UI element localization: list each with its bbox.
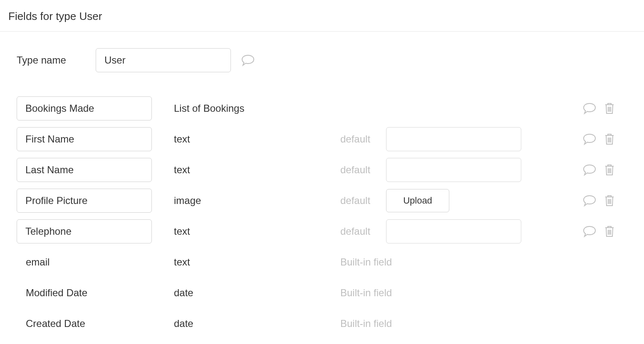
default-control-cell — [386, 158, 523, 182]
comment-icon[interactable] — [582, 194, 597, 207]
field-type: date — [174, 287, 340, 299]
field-name-cell: Last Name — [17, 158, 174, 182]
field-row: First Nametextdefault — [17, 124, 632, 155]
field-actions — [582, 102, 632, 115]
default-input[interactable] — [386, 127, 521, 151]
field-type: List of Bookings — [174, 103, 340, 114]
page-title: Fields for type User — [0, 0, 644, 32]
field-name-cell: Modified Date — [17, 287, 174, 299]
comment-icon[interactable] — [241, 54, 255, 66]
type-name-label: Type name — [17, 54, 96, 66]
field-actions — [582, 164, 632, 176]
builtin-label: Built-in field — [340, 318, 392, 329]
default-label: default — [340, 226, 386, 237]
field-name-input[interactable]: Last Name — [17, 158, 152, 182]
field-name-input[interactable]: Telephone — [17, 219, 152, 243]
default-control-cell — [386, 127, 523, 151]
field-actions — [582, 225, 632, 238]
builtin-label: Built-in field — [340, 287, 392, 299]
field-name-input[interactable]: Profile Picture — [17, 189, 152, 213]
field-type: text — [174, 164, 340, 176]
field-type: text — [174, 133, 340, 145]
trash-icon[interactable] — [604, 102, 615, 115]
field-actions — [582, 194, 632, 207]
trash-icon[interactable] — [604, 194, 615, 207]
field-row: emailtextBuilt-in field — [17, 247, 632, 278]
default-input[interactable] — [386, 219, 521, 243]
comment-icon[interactable] — [582, 164, 597, 176]
field-type: text — [174, 256, 340, 268]
default-label: default — [340, 133, 386, 145]
field-name-text: Modified Date — [17, 287, 174, 299]
field-row: Modified DatedateBuilt-in field — [17, 278, 632, 308]
fields-list: Bookings MadeList of BookingsFirst Namet… — [17, 93, 632, 339]
field-name-cell: email — [17, 256, 174, 268]
field-name-cell: First Name — [17, 127, 174, 151]
comment-icon[interactable] — [582, 102, 597, 115]
type-name-input[interactable] — [96, 48, 231, 72]
field-name-cell: Created Date — [17, 318, 174, 329]
default-control-cell: Upload — [386, 189, 523, 212]
field-row: Telephonetextdefault — [17, 216, 632, 247]
field-name-cell: Bookings Made — [17, 96, 174, 120]
default-input[interactable] — [386, 158, 521, 182]
page-container: Fields for type User Type name Bookings … — [0, 0, 644, 339]
field-row: Bookings MadeList of Bookings — [17, 93, 632, 124]
field-row: Profile PictureimagedefaultUpload — [17, 185, 632, 216]
default-control-cell — [386, 219, 523, 243]
default-label: default — [340, 195, 386, 206]
body-area: Type name Bookings MadeList of BookingsF… — [0, 32, 644, 339]
field-row: Created DatedateBuilt-in field — [17, 308, 632, 339]
field-row: Last Nametextdefault — [17, 155, 632, 185]
trash-icon[interactable] — [604, 133, 615, 145]
upload-button[interactable]: Upload — [386, 189, 449, 212]
comment-icon[interactable] — [582, 133, 597, 145]
field-name-text: email — [17, 256, 174, 268]
field-name-cell: Telephone — [17, 219, 174, 243]
field-type: date — [174, 318, 340, 329]
field-type: image — [174, 195, 340, 206]
field-name-text: Created Date — [17, 318, 174, 329]
field-actions — [582, 133, 632, 145]
trash-icon[interactable] — [604, 225, 615, 238]
default-label: default — [340, 164, 386, 176]
field-name-input[interactable]: Bookings Made — [17, 96, 152, 120]
trash-icon[interactable] — [604, 164, 615, 176]
field-name-cell: Profile Picture — [17, 189, 174, 213]
field-name-input[interactable]: First Name — [17, 127, 152, 151]
builtin-label: Built-in field — [340, 256, 392, 268]
field-type: text — [174, 226, 340, 237]
comment-icon[interactable] — [582, 225, 597, 238]
type-name-row: Type name — [17, 48, 632, 72]
